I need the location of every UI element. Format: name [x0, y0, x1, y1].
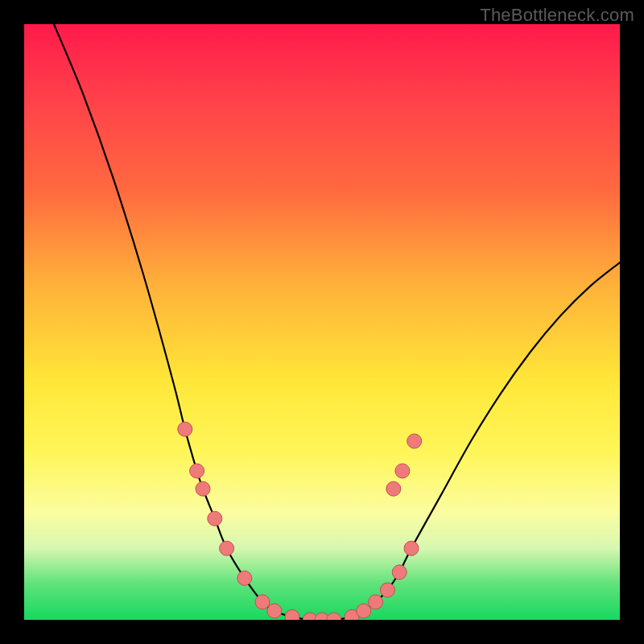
curve-marker — [357, 604, 371, 618]
curve-marker — [220, 541, 234, 555]
curve-marker — [303, 613, 317, 620]
curve-marker — [369, 595, 383, 609]
plot-area — [24, 24, 620, 620]
curve-marker — [395, 464, 410, 478]
curve-marker — [255, 595, 270, 609]
curve-marker — [237, 571, 252, 585]
curve-marker — [267, 604, 282, 618]
curve-marker — [196, 481, 210, 496]
curve-marker — [327, 613, 341, 620]
curve-marker — [285, 609, 299, 620]
chart-stage: TheBottleneck.com — [0, 0, 644, 644]
bottleneck-curve — [54, 24, 620, 620]
curve-marker — [208, 511, 222, 526]
curve-svg — [24, 24, 620, 620]
curve-marker — [178, 422, 192, 436]
curve-marker — [407, 434, 422, 448]
watermark-text: TheBottleneck.com — [480, 5, 634, 26]
curve-marker — [386, 481, 401, 496]
curve-markers — [178, 422, 422, 620]
curve-marker — [190, 464, 204, 478]
curve-marker — [404, 541, 419, 555]
curve-marker — [380, 583, 394, 597]
curve-marker — [345, 609, 359, 620]
curve-marker — [392, 565, 407, 580]
curve-marker — [315, 613, 329, 620]
